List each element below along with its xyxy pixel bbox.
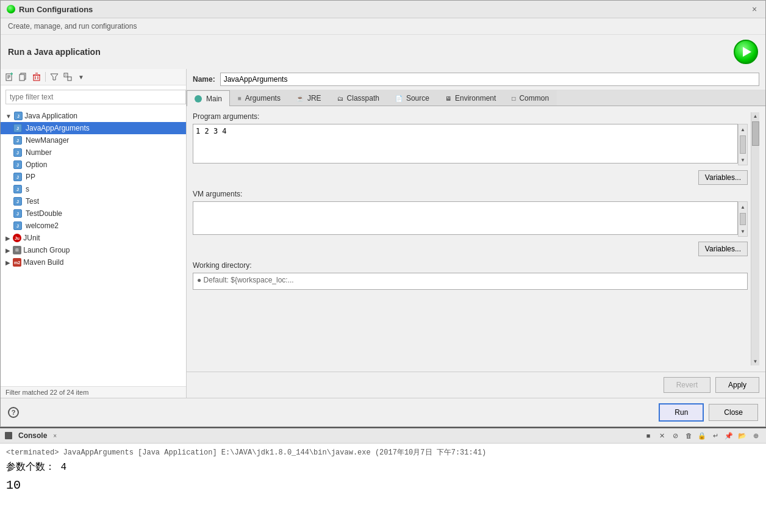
java-item-icon-3: J: [13, 148, 23, 157]
tree-item-test[interactable]: J Test: [1, 195, 186, 207]
tree-item-label: PP: [26, 173, 35, 181]
tree-item-pp[interactable]: J PP: [1, 171, 186, 183]
console-word-wrap-button[interactable]: ↵: [710, 430, 721, 441]
toolbar-separator-1: [45, 72, 46, 82]
svg-rect-15: [68, 77, 71, 81]
junit-section-label: JUnit: [23, 234, 40, 242]
tab-arguments[interactable]: ≡ Arguments: [230, 90, 288, 106]
source-tab-icon: 📄: [395, 95, 403, 102]
java-section-icon: J: [14, 112, 23, 120]
vm-args-variables-button[interactable]: Variables...: [698, 242, 748, 256]
tree-section-junit[interactable]: ▶ Ju JUnit: [1, 232, 186, 244]
tree-item-welcome2[interactable]: J welcome2: [1, 220, 186, 232]
vm-scroll-up[interactable]: ▲: [739, 202, 747, 212]
main-tab-icon: [195, 95, 202, 102]
new-config-button[interactable]: [4, 71, 16, 83]
revert-button[interactable]: Revert: [664, 377, 711, 393]
console-stop-button[interactable]: ■: [643, 430, 654, 441]
junit-section-icon: Ju: [13, 234, 21, 242]
tree-item-number[interactable]: J Number: [1, 146, 186, 159]
vm-args-label: VM arguments:: [193, 190, 748, 198]
common-tab-icon: □: [512, 95, 515, 102]
filter-button[interactable]: [48, 71, 60, 83]
dialog-close-button[interactable]: ×: [750, 4, 759, 14]
copy-config-button[interactable]: [17, 71, 29, 83]
tab-source[interactable]: 📄 Source: [387, 90, 437, 106]
svg-marker-13: [51, 74, 58, 80]
tab-main[interactable]: Main: [187, 90, 230, 106]
console-new-console-button[interactable]: ⊕: [750, 430, 761, 441]
tab-environment[interactable]: 🖥 Environment: [437, 90, 504, 106]
console-disconnect-button[interactable]: ⊘: [670, 430, 681, 441]
dialog-title: Run Configurations: [7, 5, 93, 14]
vm-scroll-down[interactable]: ▼: [739, 226, 747, 236]
tab-jre[interactable]: ☕ JRE: [288, 90, 329, 106]
left-toolbar: ▼: [1, 69, 186, 85]
arguments-tab-icon: ≡: [238, 95, 242, 102]
java-item-icon-5: J: [13, 172, 23, 182]
help-button[interactable]: ?: [8, 407, 19, 418]
tree-item-option[interactable]: J Option: [1, 159, 186, 171]
run-button[interactable]: Run: [659, 403, 704, 422]
dialog-actions: ? Run Close: [1, 398, 765, 426]
tree-section-launch-group[interactable]: ▶ ⊞ Launch Group: [1, 244, 186, 256]
console-pin-button[interactable]: 📌: [723, 430, 734, 441]
content-scroll-down[interactable]: ▼: [752, 358, 759, 365]
console-clear-button[interactable]: 🗑: [683, 430, 694, 441]
jre-tab-icon: ☕: [296, 95, 304, 102]
program-args-scrollbar: ▲ ▼: [738, 124, 748, 165]
java-item-icon: J: [13, 123, 23, 133]
expand-arrow-java: ▼: [5, 113, 12, 120]
program-args-wrapper: 1 2 3 4 ▲ ▼: [193, 124, 748, 165]
working-dir-label: Working directory:: [193, 261, 748, 270]
tree-item-java-apparguments[interactable]: J JavaAppArguments: [1, 122, 186, 134]
launch-section-icon: ⊞: [13, 246, 21, 254]
dialog-title-text: Run Configurations: [19, 5, 93, 14]
apply-button[interactable]: Apply: [715, 377, 759, 393]
java-item-icon-4: J: [13, 160, 23, 170]
tree-item-newmanager[interactable]: J NewManager: [1, 134, 186, 146]
filter-status: Filter matched 22 of 24 item: [1, 386, 186, 398]
java-item-icon-8: J: [13, 209, 23, 218]
dialog-footer: Revert Apply: [187, 372, 765, 398]
program-args-variables-button[interactable]: Variables...: [698, 170, 748, 185]
scroll-up-arrow[interactable]: ▲: [739, 124, 747, 134]
vm-args-wrapper: ▲ ▼: [193, 201, 748, 237]
name-input[interactable]: [220, 73, 759, 86]
console-tab-close[interactable]: ×: [53, 433, 57, 439]
tree-list: ▼ J Java Application J JavaAppArguments …: [1, 109, 186, 386]
console-scroll-lock-button[interactable]: 🔒: [696, 430, 707, 441]
svg-rect-7: [20, 74, 24, 81]
search-input[interactable]: [5, 90, 186, 104]
vm-args-scrollbar: ▲ ▼: [738, 201, 748, 237]
console-line1: 参数个数： 4: [6, 460, 760, 476]
content-scroll-up[interactable]: ▲: [752, 112, 759, 120]
console-terminate-button[interactable]: ✕: [656, 430, 667, 441]
working-dir-row: ● Default: ${workspace_loc:...: [193, 273, 748, 290]
run-icon-button[interactable]: [734, 40, 758, 64]
maven-section-label: Maven Build: [23, 258, 63, 267]
tree-section-java[interactable]: ▼ J Java Application: [1, 110, 186, 122]
tree-item-s[interactable]: J s: [1, 183, 186, 195]
maven-section-icon: m2: [13, 258, 21, 267]
tree-item-testdouble[interactable]: J TestDouble: [1, 207, 186, 220]
scroll-down-arrow[interactable]: ▼: [739, 155, 747, 165]
console-content: <terminated> JavaAppArguments [Java Appl…: [0, 444, 766, 532]
close-button[interactable]: Close: [709, 404, 758, 421]
tab-common[interactable]: □ Common: [504, 90, 557, 106]
tab-classpath[interactable]: 🗂 Classpath: [329, 90, 387, 106]
program-args-textarea[interactable]: 1 2 3 4: [193, 124, 738, 164]
console-open-file-button[interactable]: 📂: [737, 430, 748, 441]
delete-config-button[interactable]: [30, 71, 43, 83]
dialog-header-title: Run a Java application: [8, 47, 101, 57]
vm-scroll-thumb: [740, 213, 746, 225]
console-titlebar: Console × ■ ✕ ⊘ 🗑 🔒 ↵ 📌 📂 ⊕: [0, 428, 766, 444]
collapse-button[interactable]: [62, 71, 74, 83]
vm-args-textarea[interactable]: [193, 201, 738, 235]
console-icon: [5, 432, 12, 439]
tree-section-maven[interactable]: ▶ m2 Maven Build: [1, 256, 186, 268]
console-panel: Console × ■ ✕ ⊘ 🗑 🔒 ↵ 📌 📂 ⊕ <terminated>…: [0, 427, 766, 532]
expand-arrow-junit: ▶: [5, 235, 10, 242]
dropdown-button[interactable]: ▼: [75, 71, 87, 83]
content-scroll-thumb: [752, 121, 759, 146]
